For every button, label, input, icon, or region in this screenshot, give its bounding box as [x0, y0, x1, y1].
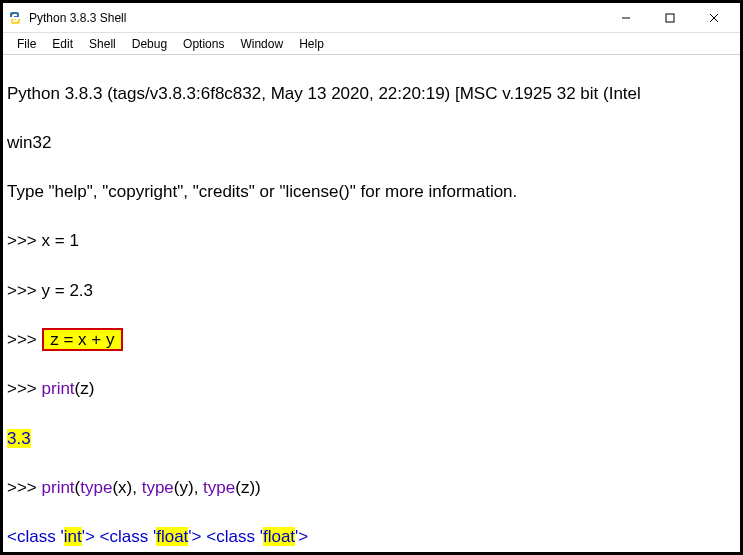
builtin-type: type — [203, 478, 235, 497]
menu-help[interactable]: Help — [291, 37, 332, 51]
boxed-highlight-1: z = x + y — [42, 328, 124, 351]
builtin-type: type — [80, 478, 112, 497]
builtin-print: print — [42, 379, 75, 398]
banner-line-1: Python 3.8.3 (tags/v3.8.3:6f8c832, May 1… — [7, 82, 736, 107]
code: (z)) — [235, 478, 260, 497]
menu-file[interactable]: File — [9, 37, 44, 51]
angle-close: > — [85, 527, 95, 546]
builtin-print: print — [42, 478, 75, 497]
angle-open: < — [100, 527, 110, 546]
titlebar: Python 3.8.3 Shell — [3, 3, 740, 33]
svg-rect-1 — [666, 14, 674, 22]
code: x = 1 — [42, 231, 79, 250]
input-line-3: >>> z = x + y — [7, 328, 736, 353]
angle-close: > — [298, 527, 308, 546]
menubar: File Edit Shell Debug Options Window Hel… — [3, 33, 740, 55]
class-word: class — [109, 527, 148, 546]
output-line-2: <class 'int'> <class 'float'> <class 'fl… — [7, 525, 736, 550]
banner-line-3: Type "help", "copyright", "credits" or "… — [7, 180, 736, 205]
banner-line-2: win32 — [7, 131, 736, 156]
input-line-5: >>> print(type(x), type(y), type(z)) — [7, 476, 736, 501]
type-float: float — [263, 527, 295, 546]
prompt: >>> — [7, 281, 42, 300]
type-float: float — [156, 527, 188, 546]
angle-open: < — [7, 527, 17, 546]
shell-content[interactable]: Python 3.8.3 (tags/v3.8.3:6f8c832, May 1… — [3, 55, 740, 552]
class-word: class — [17, 527, 56, 546]
prompt: >>> — [7, 379, 42, 398]
menu-options[interactable]: Options — [175, 37, 232, 51]
output-line-1: 3.3 — [7, 427, 736, 452]
app-window: Python 3.8.3 Shell File Edit Shell Debug… — [0, 0, 743, 555]
menu-window[interactable]: Window — [232, 37, 291, 51]
minimize-button[interactable] — [604, 4, 648, 32]
prompt: >>> — [7, 478, 42, 497]
code: (z) — [75, 379, 95, 398]
builtin-type: type — [142, 478, 174, 497]
angle-close: > — [192, 527, 202, 546]
input-line-1: >>> x = 1 — [7, 229, 736, 254]
window-title: Python 3.8.3 Shell — [29, 11, 604, 25]
window-controls — [604, 4, 736, 32]
prompt: >>> — [7, 330, 42, 349]
menu-edit[interactable]: Edit — [44, 37, 81, 51]
prompt: >>> — [7, 231, 42, 250]
output-highlight: 3.3 — [7, 429, 31, 448]
code: (y), — [174, 478, 203, 497]
input-line-4: >>> print(z) — [7, 377, 736, 402]
type-int: int — [64, 527, 82, 546]
code: (x), — [112, 478, 141, 497]
maximize-button[interactable] — [648, 4, 692, 32]
close-button[interactable] — [692, 4, 736, 32]
menu-debug[interactable]: Debug — [124, 37, 175, 51]
code: y = 2.3 — [42, 281, 94, 300]
menu-shell[interactable]: Shell — [81, 37, 124, 51]
python-icon — [7, 10, 23, 26]
input-line-2: >>> y = 2.3 — [7, 279, 736, 304]
class-word: class — [216, 527, 255, 546]
angle-open: < — [206, 527, 216, 546]
